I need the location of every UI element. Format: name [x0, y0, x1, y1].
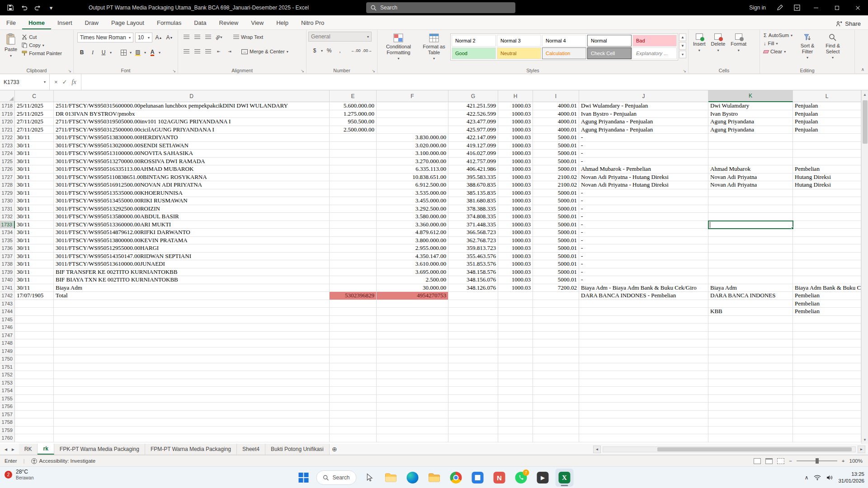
- cursor-icon[interactable]: [360, 469, 378, 487]
- cell-J1718[interactable]: Dwi Wulamdary - Penjualan: [579, 102, 708, 110]
- cell-G1728[interactable]: 388.670.835: [448, 181, 498, 189]
- cell-J1727[interactable]: Novan Adi Priyatna - Hutang Direksi: [579, 174, 708, 182]
- cell-D1733[interactable]: 3011/FTSCY/WS950513360000.00ARI MUKTI: [54, 221, 330, 229]
- insert-function-icon[interactable]: fx: [72, 79, 76, 86]
- cell-F1726[interactable]: 6.335.113.00: [377, 165, 448, 174]
- column-header-K[interactable]: K: [708, 90, 793, 102]
- cell-G1747[interactable]: [448, 332, 498, 340]
- cell-K1732[interactable]: [708, 213, 793, 221]
- increase-decimal-button[interactable]: ←.00: [351, 46, 361, 55]
- cell-F1745[interactable]: [377, 316, 448, 324]
- cell-L1751[interactable]: [793, 363, 861, 371]
- align-left-button[interactable]: [182, 47, 191, 56]
- cell-D1738[interactable]: 3011/FTSCY/WS950513610000.00JUNAEDI: [54, 260, 330, 268]
- styles-dialog-launcher-icon[interactable]: ↘: [683, 69, 686, 73]
- cell-F1749[interactable]: [377, 347, 448, 356]
- cell-E1758[interactable]: [330, 418, 377, 427]
- cell-J1720[interactable]: Agung Priyandana - Penjualan: [579, 118, 708, 126]
- cell-D1748[interactable]: [54, 339, 330, 347]
- row-header-1737[interactable]: 1737: [0, 253, 15, 261]
- cell-F1741[interactable]: 30.000.00: [377, 284, 448, 292]
- cell-D1724[interactable]: 3011/FTSCY/WS950513100000.00NOVITA SAHAS…: [54, 150, 330, 158]
- cell-D1728[interactable]: 3011/FTSCY/WS950516912500.00NOVAN ADI PR…: [54, 181, 330, 189]
- cell-E1742[interactable]: 5302396829: [330, 292, 377, 300]
- merge-center-button[interactable]: ↔ Merge & Center ▾: [240, 48, 290, 55]
- shrink-font-button[interactable]: A▼: [165, 33, 174, 42]
- scroll-right-icon[interactable]: ►: [858, 446, 865, 453]
- cell-H1725[interactable]: 1000.03: [498, 158, 533, 166]
- row-header-1754[interactable]: 1754: [0, 387, 15, 395]
- cell-C1760[interactable]: [15, 434, 54, 442]
- cell-D1721[interactable]: 2711/FTSCY/WS950312500000.00cicilAGUNG P…: [54, 126, 330, 134]
- cell-I1737[interactable]: 5000.01: [533, 253, 579, 261]
- new-sheet-button[interactable]: ⊕: [330, 444, 340, 455]
- cell-C1722[interactable]: 30/11: [15, 134, 54, 142]
- cell-D1737[interactable]: 3011/FTSCY/WS950514350147.00RIDWAN SEPTI…: [54, 253, 330, 261]
- cell-C1727[interactable]: 30/11: [15, 174, 54, 182]
- cell-L1728[interactable]: Hutang Direksi: [793, 181, 861, 189]
- ribbon-tab-home[interactable]: Home: [22, 17, 51, 29]
- row-header-1726[interactable]: 1726: [0, 165, 15, 174]
- cell-E1746[interactable]: [330, 324, 377, 332]
- format-cells-button[interactable]: Format ▾: [728, 32, 749, 54]
- cell-I1745[interactable]: [533, 316, 579, 324]
- cell-E1719[interactable]: 1.275.000.00: [330, 110, 377, 118]
- row-header-1751[interactable]: 1751: [0, 363, 15, 371]
- cell-L1718[interactable]: Penjualan: [793, 102, 861, 110]
- delete-cells-button[interactable]: Delete ▾: [708, 32, 728, 54]
- cell-L1760[interactable]: [793, 434, 861, 442]
- cell-L1752[interactable]: [793, 371, 861, 379]
- cell-E1720[interactable]: 950.500.00: [330, 118, 377, 126]
- sheet-tab-fpk-pt-warna-media-packaging[interactable]: FPK-PT Warna Media Packaging: [54, 444, 145, 455]
- cell-L1725[interactable]: [793, 158, 861, 166]
- cell-F1759[interactable]: [377, 427, 448, 435]
- cell-H1728[interactable]: 1000.03: [498, 181, 533, 189]
- row-header-1756[interactable]: 1756: [0, 403, 15, 411]
- cell-E1738[interactable]: [330, 260, 377, 268]
- cell-D1745[interactable]: [54, 316, 330, 324]
- row-header-1738[interactable]: 1738: [0, 260, 15, 268]
- cell-style-good[interactable]: Good: [452, 47, 496, 59]
- cell-J1757[interactable]: [579, 411, 708, 419]
- cell-J1744[interactable]: [579, 308, 708, 316]
- cell-E1756[interactable]: [330, 403, 377, 411]
- cell-H1719[interactable]: 1000.03: [498, 110, 533, 118]
- cell-K1719[interactable]: Ivan Bystro: [708, 110, 793, 118]
- row-header-1742[interactable]: 1742: [0, 292, 15, 300]
- row-header-1758[interactable]: 1758: [0, 418, 15, 427]
- clear-button[interactable]: Clear ▾: [762, 48, 794, 55]
- titlebar-search-box[interactable]: Search: [366, 2, 515, 13]
- autosum-button[interactable]: Σ AutoSum ▾: [762, 32, 794, 39]
- cell-D1758[interactable]: [54, 418, 330, 427]
- cell-H1734[interactable]: 1000.03: [498, 229, 533, 237]
- cell-L1727[interactable]: Hutang Direksi: [793, 174, 861, 182]
- cell-F1735[interactable]: 3.800.000.00: [377, 237, 448, 245]
- cell-K1736[interactable]: [708, 244, 793, 253]
- cell-H1757[interactable]: [498, 411, 533, 419]
- cell-I1721[interactable]: 4000.01: [533, 126, 579, 134]
- cell-K1730[interactable]: [708, 197, 793, 205]
- cell-H1746[interactable]: [498, 324, 533, 332]
- cell-H1736[interactable]: 1000.03: [498, 244, 533, 253]
- cell-D1744[interactable]: [54, 308, 330, 316]
- cell-K1743[interactable]: [708, 300, 793, 308]
- cell-G1733[interactable]: 371.448.335: [448, 221, 498, 229]
- zoom-level[interactable]: 100%: [849, 458, 863, 464]
- cell-K1734[interactable]: [708, 229, 793, 237]
- cell-F1755[interactable]: [377, 395, 448, 403]
- row-header-1722[interactable]: 1722: [0, 134, 15, 142]
- app-dark-icon[interactable]: ▶: [534, 469, 552, 487]
- clock[interactable]: 13:25 31/01/2026: [838, 471, 864, 484]
- cell-C1726[interactable]: 30/11: [15, 165, 54, 174]
- cell-L1748[interactable]: [793, 339, 861, 347]
- column-header-I[interactable]: I: [533, 90, 579, 102]
- ribbon-tab-help[interactable]: Help: [270, 17, 295, 29]
- cell-G1760[interactable]: [448, 434, 498, 442]
- cell-H1742[interactable]: [498, 292, 533, 300]
- row-header-1746[interactable]: 1746: [0, 324, 15, 332]
- cell-D1725[interactable]: 3011/FTSCY/WS950513270000.00ROSSIVA DWI …: [54, 158, 330, 166]
- cell-G1755[interactable]: [448, 395, 498, 403]
- conditional-formatting-button[interactable]: Conditional Formatting ▾: [379, 32, 418, 62]
- chrome-icon[interactable]: [447, 469, 465, 487]
- cell-L1722[interactable]: [793, 134, 861, 142]
